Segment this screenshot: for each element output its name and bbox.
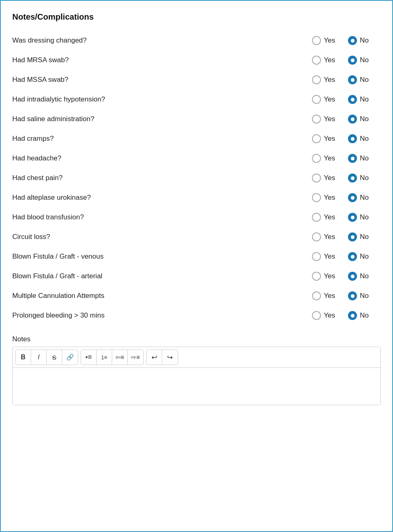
- question-row-mrsa: Had MRSA swab?YesNo: [12, 50, 381, 70]
- no-radio-saline[interactable]: [348, 115, 357, 124]
- ordered-list-button[interactable]: 1≡: [97, 350, 112, 365]
- yes-option-cannulation[interactable]: Yes: [312, 291, 345, 300]
- no-label-chest_pain: No: [360, 174, 369, 182]
- link-icon: 🔗: [66, 354, 74, 361]
- yes-option-blown_venous[interactable]: Yes: [312, 252, 345, 261]
- no-option-cannulation[interactable]: No: [348, 291, 381, 300]
- no-label-circuit_loss: No: [360, 233, 369, 241]
- no-option-hypotension[interactable]: No: [348, 95, 381, 104]
- yes-option-hypotension[interactable]: Yes: [312, 95, 345, 104]
- no-label-blown_arterial: No: [360, 272, 369, 280]
- no-option-alteplase[interactable]: No: [348, 193, 381, 202]
- yes-label-saline: Yes: [324, 115, 335, 123]
- no-option-cramps[interactable]: No: [348, 134, 381, 143]
- yes-radio-chest_pain[interactable]: [312, 174, 321, 183]
- yes-radio-circuit_loss[interactable]: [312, 232, 321, 241]
- yes-radio-mrsa[interactable]: [312, 56, 321, 65]
- no-radio-prolonged_bleeding[interactable]: [348, 311, 357, 320]
- yes-radio-cramps[interactable]: [312, 134, 321, 143]
- outdent-button[interactable]: ⇦≡: [112, 350, 128, 365]
- radio-group-circuit_loss: YesNo: [299, 232, 381, 241]
- italic-button[interactable]: I: [31, 350, 47, 365]
- ordered-list-icon: 1≡: [101, 354, 107, 361]
- radio-group-alteplase: YesNo: [299, 193, 381, 202]
- yes-radio-cannulation[interactable]: [312, 291, 321, 300]
- question-row-saline: Had saline administration?YesNo: [12, 109, 381, 129]
- yes-option-chest_pain[interactable]: Yes: [312, 174, 345, 183]
- no-label-hypotension: No: [360, 95, 369, 104]
- no-option-prolonged_bleeding[interactable]: No: [348, 311, 381, 320]
- yes-option-circuit_loss[interactable]: Yes: [312, 232, 345, 241]
- no-radio-blown_venous[interactable]: [348, 252, 357, 261]
- no-option-mssa[interactable]: No: [348, 75, 381, 84]
- question-row-headache: Had headache?YesNo: [12, 149, 381, 168]
- no-option-mrsa[interactable]: No: [348, 56, 381, 65]
- yes-option-dressing[interactable]: Yes: [312, 36, 345, 45]
- no-option-circuit_loss[interactable]: No: [348, 232, 381, 241]
- bold-icon: B: [21, 354, 26, 361]
- no-label-cannulation: No: [360, 292, 369, 300]
- yes-option-blood_transfusion[interactable]: Yes: [312, 213, 345, 222]
- no-radio-blown_arterial[interactable]: [348, 272, 357, 281]
- notes-label: Notes: [12, 335, 381, 343]
- yes-option-blown_arterial[interactable]: Yes: [312, 272, 345, 281]
- no-option-blood_transfusion[interactable]: No: [348, 213, 381, 222]
- no-radio-headache[interactable]: [348, 154, 357, 163]
- yes-option-saline[interactable]: Yes: [312, 115, 345, 124]
- yes-radio-hypotension[interactable]: [312, 95, 321, 104]
- yes-radio-blood_transfusion[interactable]: [312, 213, 321, 222]
- notes-section: Notes B I S 🔗: [12, 335, 381, 405]
- no-label-blood_transfusion: No: [360, 213, 369, 221]
- yes-label-blood_transfusion: Yes: [324, 213, 335, 221]
- no-radio-hypotension[interactable]: [348, 95, 357, 104]
- question-label-saline: Had saline administration?: [12, 115, 299, 123]
- no-radio-dressing[interactable]: [348, 36, 357, 45]
- yes-radio-mssa[interactable]: [312, 75, 321, 84]
- question-label-blood_transfusion: Had blood transfusion?: [12, 213, 299, 221]
- yes-radio-saline[interactable]: [312, 115, 321, 124]
- no-radio-chest_pain[interactable]: [348, 174, 357, 183]
- notes-editor[interactable]: [13, 368, 380, 405]
- question-label-mrsa: Had MRSA swab?: [12, 56, 299, 64]
- no-radio-circuit_loss[interactable]: [348, 232, 357, 241]
- no-radio-mssa[interactable]: [348, 75, 357, 84]
- yes-option-prolonged_bleeding[interactable]: Yes: [312, 311, 345, 320]
- question-row-hypotension: Had intradialytic hypotension?YesNo: [12, 90, 381, 109]
- strikethrough-button[interactable]: S: [47, 350, 62, 365]
- yes-radio-alteplase[interactable]: [312, 193, 321, 202]
- yes-radio-dressing[interactable]: [312, 36, 321, 45]
- no-radio-cramps[interactable]: [348, 134, 357, 143]
- indent-button[interactable]: ⇨≡: [128, 350, 143, 365]
- no-option-dressing[interactable]: No: [348, 36, 381, 45]
- indent-icon: ⇨≡: [131, 354, 140, 361]
- undo-icon: ↩: [151, 353, 157, 362]
- yes-option-mssa[interactable]: Yes: [312, 75, 345, 84]
- no-option-saline[interactable]: No: [348, 115, 381, 124]
- yes-radio-prolonged_bleeding[interactable]: [312, 311, 321, 320]
- radio-group-blood_transfusion: YesNo: [299, 213, 381, 222]
- yes-radio-headache[interactable]: [312, 154, 321, 163]
- no-radio-mrsa[interactable]: [348, 56, 357, 65]
- yes-option-headache[interactable]: Yes: [312, 154, 345, 163]
- yes-option-cramps[interactable]: Yes: [312, 134, 345, 143]
- undo-button[interactable]: ↩: [147, 350, 162, 365]
- no-radio-cannulation[interactable]: [348, 291, 357, 300]
- no-radio-blood_transfusion[interactable]: [348, 213, 357, 222]
- radio-group-cannulation: YesNo: [299, 291, 381, 300]
- bullet-list-button[interactable]: •≡: [81, 350, 97, 365]
- redo-button[interactable]: ↪: [162, 350, 178, 365]
- no-option-blown_venous[interactable]: No: [348, 252, 381, 261]
- no-option-headache[interactable]: No: [348, 154, 381, 163]
- no-radio-alteplase[interactable]: [348, 193, 357, 202]
- bold-button[interactable]: B: [16, 350, 31, 365]
- question-row-blown_venous: Blown Fistula / Graft - venousYesNo: [12, 247, 381, 266]
- yes-radio-blown_arterial[interactable]: [312, 272, 321, 281]
- yes-radio-blown_venous[interactable]: [312, 252, 321, 261]
- no-option-chest_pain[interactable]: No: [348, 174, 381, 183]
- link-button[interactable]: 🔗: [62, 350, 78, 365]
- yes-option-mrsa[interactable]: Yes: [312, 56, 345, 65]
- no-label-alteplase: No: [360, 194, 369, 202]
- yes-option-alteplase[interactable]: Yes: [312, 193, 345, 202]
- no-option-blown_arterial[interactable]: No: [348, 272, 381, 281]
- strikethrough-icon: S: [52, 354, 56, 361]
